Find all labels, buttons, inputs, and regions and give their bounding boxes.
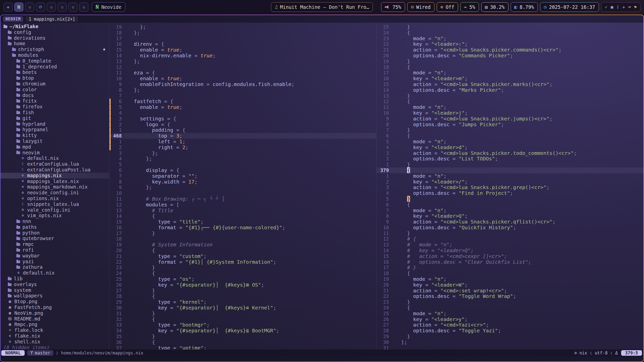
code-line[interactable]: 11 eza = {	[109, 70, 376, 76]
code-line[interactable]: 1 }	[377, 162, 643, 167]
code-line[interactable]: 15 type = "title";	[109, 219, 376, 225]
system-tray[interactable]: ✓▣ᛒ✈⌨⚑	[601, 2, 640, 12]
code-line[interactable]: 3 settings = {	[109, 116, 376, 122]
code-line[interactable]: 10	[109, 190, 376, 196]
code-line[interactable]: 17 # }	[377, 265, 643, 270]
code-line[interactable]: 37 type = "uptime";	[109, 345, 376, 349]
tree-item-default-nix[interactable]: ❄default.nix	[1, 270, 109, 276]
code-line[interactable]: 25 mode = "n";	[377, 311, 643, 316]
disk-module[interactable]: ◧8.79%	[511, 2, 538, 12]
code-line[interactable]: 22 options.desc = "Toggle Word Wrap";	[377, 293, 643, 299]
volume-module[interactable]: 75%	[381, 2, 405, 12]
tree-item-yazi[interactable]: yazi	[1, 259, 109, 264]
code-line[interactable]: 28 {	[109, 293, 376, 299]
bell-icon[interactable]: ⚑	[634, 5, 637, 9]
code-line[interactable]: 14 {	[109, 213, 376, 219]
code-line[interactable]: 21 type = "custom";	[109, 253, 376, 259]
music-player-module[interactable]: ♫ Minuit Machine – Don't Run Fro…	[271, 2, 373, 12]
code-line[interactable]: 33 type = "bootmgr";	[109, 322, 376, 328]
code-line[interactable]: 8 options.desc = "Jumps Picker";	[377, 122, 643, 127]
code-line[interactable]: 15 action = "<cmd>lua Snacks.picker.mark…	[377, 81, 643, 87]
code-line[interactable]: 4 key = "<leader>d";	[377, 145, 643, 150]
code-line[interactable]: 24 {	[377, 30, 643, 36]
code-line[interactable]: 7 mode = "n";	[377, 208, 643, 213]
code-line[interactable]: 9 action = "<cmd>lua Snacks.picker.qflis…	[377, 219, 643, 225]
code-line[interactable]: 26 key = "<leader>y";	[377, 316, 643, 322]
code-line[interactable]: 12 # {	[377, 236, 643, 242]
code-line[interactable]: 7 }	[377, 127, 643, 133]
code-line[interactable]: 379 {	[377, 167, 643, 173]
code-line[interactable]: 19 };	[109, 24, 376, 30]
tree-item-flake-nix[interactable]: ❄flake.nix	[1, 333, 109, 339]
code-line[interactable]: 3 action = "<cmd>lua Snacks.picker.todo_…	[377, 150, 643, 156]
tree-item-neovim[interactable]: neovim	[1, 150, 109, 156]
code-line[interactable]: 9 };	[109, 185, 376, 190]
code-line[interactable]: 1 left = 1;	[109, 139, 376, 145]
code-line[interactable]: 3 };	[109, 150, 376, 156]
code-line[interactable]: 25 type = "os";	[109, 276, 376, 282]
keyboard-icon[interactable]: ⌨	[628, 5, 631, 9]
code-line[interactable]: 9 action = "<cmd>lua Snacks.picker.jumps…	[377, 116, 643, 122]
tree-item-readme-md[interactable]: ⓂREADME.md	[1, 316, 109, 322]
code-line[interactable]: 20 key = "<leader>W";	[377, 282, 643, 288]
tree-item-neovide-config-ini[interactable]: ⚙neovide_config.ini	[1, 190, 109, 196]
tree-item-btop[interactable]: btop	[1, 75, 109, 81]
tree-item-python[interactable]: python	[1, 230, 109, 236]
code-line[interactable]: 10 key = "<leader>j";	[377, 110, 643, 116]
active-app-module[interactable]: N Neovide	[92, 2, 125, 12]
code-line[interactable]: 2 logo = {	[109, 122, 376, 127]
code-line[interactable]: 18	[109, 236, 376, 242]
tree-item-extraconfiglua-lua[interactable]: ☾extraConfigLua.lua	[1, 161, 109, 167]
code-line[interactable]: 5	[109, 162, 376, 167]
tree-item-default-nix[interactable]: ❄default.nix	[1, 155, 109, 161]
code-line[interactable]: 28 options.desc = "Toggle Yazi";	[377, 328, 643, 334]
tree-item-snippets-latex-lua[interactable]: ☾snippets_latex.lua	[1, 201, 109, 207]
code-line[interactable]: 2 right = 2;	[109, 145, 376, 150]
editor-pane-left[interactable]: 19 };18 };1716 direnv = {15 enable = tru…	[109, 23, 376, 349]
code-line[interactable]: 21 action = "<cmd>lua Snacks.picker.comm…	[377, 47, 643, 53]
tree-item-mappings-markdown-nix[interactable]: ❄mappings_markdown.nix	[1, 184, 109, 190]
code-line[interactable]: 12	[109, 64, 376, 70]
tree-item-kitty[interactable]: kitty	[1, 132, 109, 138]
cpu-module[interactable]: ❧5%	[460, 2, 479, 12]
tree-item-system[interactable]: system	[1, 287, 109, 293]
memory-module[interactable]: ▤30.2%	[481, 2, 508, 12]
workspace-7[interactable]: ▫	[68, 3, 77, 12]
code-line[interactable]: 11 # Box Drawing: ┌ ─ ┐ └ ┘ │	[109, 196, 376, 202]
tree-item-rmpc[interactable]: rmpc	[1, 241, 109, 247]
code-line[interactable]: 14 nix-direnv.enable = true;	[109, 53, 376, 59]
workspace-1[interactable]: ❖	[4, 3, 13, 12]
tree-item-color[interactable]: color	[1, 87, 109, 93]
tree-item-0-template[interactable]: 0_template	[1, 58, 109, 64]
code-line[interactable]: 27 action = "<cmd>Yazi<cr>";	[377, 322, 643, 328]
workspace-5[interactable]: ▫	[47, 3, 56, 12]
code-line[interactable]: 23 }	[377, 299, 643, 305]
tree-item-lazygit[interactable]: lazygit	[1, 138, 109, 144]
code-line[interactable]: 13 }	[377, 93, 643, 99]
code-line[interactable]: 31 }	[109, 311, 376, 316]
tree-item-vim-opts-nix[interactable]: ❄vim_opts.nix	[1, 213, 109, 218]
code-line[interactable]: 13 # mode = "n";	[377, 242, 643, 248]
code-line[interactable]: 8 key.width = 17;	[109, 179, 376, 185]
tree-item-home[interactable]: home	[1, 41, 109, 47]
network-module[interactable]: ⊟Wired	[407, 2, 434, 12]
code-line[interactable]: 24 {	[109, 270, 376, 276]
tree-item-mappings-nix[interactable]: ❄mappings.nix	[1, 173, 109, 178]
tree-item-mpd[interactable]: mpd	[1, 144, 109, 150]
clock-module[interactable]: ◷2025-07-22 16:37	[540, 2, 599, 12]
code-line[interactable]: 10 options.desc = "Quickfix History";	[377, 225, 643, 231]
code-line[interactable]: 32 {	[109, 316, 376, 322]
code-line[interactable]: 8 };	[109, 87, 376, 93]
tree-item-btop-png[interactable]: ▦Btop.png	[1, 299, 109, 304]
tree-item-git[interactable]: git	[1, 115, 109, 121]
code-line[interactable]: 2 key = "<leader>/";	[377, 179, 643, 185]
notifications-module[interactable]: ⊘Off	[437, 2, 458, 12]
code-line[interactable]: 22 key = "<leader>:";	[377, 41, 643, 47]
tree-item-rmpc-png[interactable]: ▦Rmpc.png	[1, 322, 109, 327]
tree-item-options-nix[interactable]: ❄options.nix	[1, 196, 109, 201]
code-line[interactable]: 16 direnv = {	[109, 41, 376, 47]
tree-item-vale-config-ini[interactable]: ⚙vale_config.ini	[1, 207, 109, 213]
code-line[interactable]: 30 key = "{#separator}│ {#keys}≡ Kernel"…	[109, 305, 376, 311]
tree-item-1-deprecated[interactable]: 1_deprecated	[1, 64, 109, 70]
tree-item-waybar[interactable]: waybar	[1, 253, 109, 259]
